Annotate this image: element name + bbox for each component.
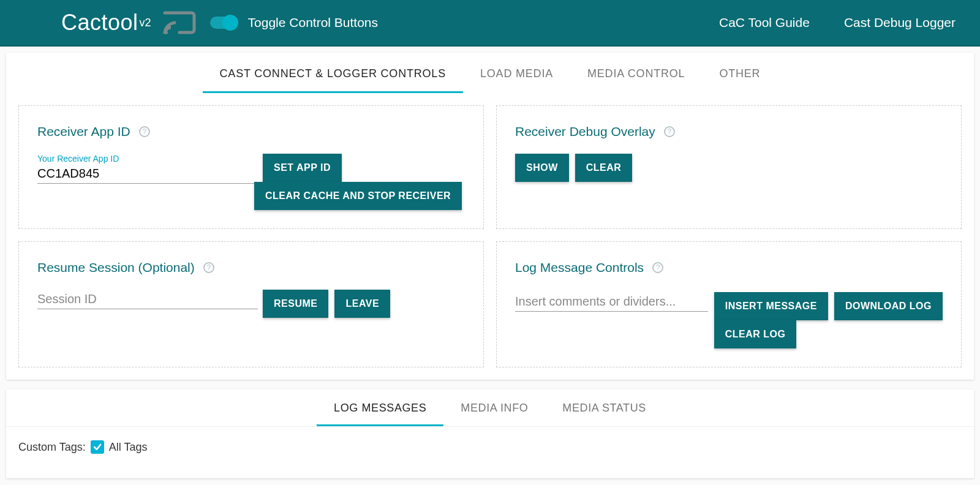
insert-message-button[interactable]: INSERT MESSAGE (714, 292, 828, 320)
control-buttons-toggle[interactable] (210, 17, 237, 29)
cast-icon[interactable] (162, 9, 197, 36)
tab-media-control[interactable]: MEDIA CONTROL (570, 53, 702, 93)
show-overlay-button[interactable]: SHOW (515, 154, 569, 182)
clear-cache-stop-button[interactable]: CLEAR CACHE AND STOP RECEIVER (254, 182, 462, 210)
tab-load-media[interactable]: LOAD MEDIA (463, 53, 570, 93)
log-comment-input[interactable] (515, 292, 708, 312)
clear-log-button[interactable]: CLEAR LOG (714, 320, 797, 348)
tab-media-info[interactable]: MEDIA INFO (443, 389, 545, 426)
app-logo-sub: v2 (140, 17, 151, 29)
all-tags-checkbox[interactable] (91, 440, 104, 454)
app-header: Cactool v2 Toggle Control Buttons CaC To… (0, 0, 980, 47)
log-tabs: LOG MESSAGES MEDIA INFO MEDIA STATUS (6, 389, 974, 427)
log-controls-title: Log Message Controls (515, 260, 644, 275)
clear-overlay-button[interactable]: CLEAR (575, 154, 633, 182)
svg-point-0 (164, 31, 168, 34)
resume-session-panel: Resume Session (Optional) ? RESUME LEAVE (18, 241, 484, 367)
leave-button[interactable]: LEAVE (334, 290, 390, 318)
all-tags-label: All Tags (109, 441, 148, 454)
download-log-button[interactable]: DOWNLOAD LOG (834, 292, 943, 320)
custom-tags-label: Custom Tags: (18, 441, 86, 454)
tab-other[interactable]: OTHER (702, 53, 777, 93)
receiver-app-id-title: Receiver App ID (37, 124, 130, 139)
receiver-app-id-input[interactable] (37, 164, 258, 184)
debug-overlay-title: Receiver Debug Overlay (515, 124, 655, 139)
log-card: LOG MESSAGES MEDIA INFO MEDIA STATUS Cus… (6, 389, 974, 478)
toggle-label: Toggle Control Buttons (248, 15, 378, 30)
app-logo: Cactool (61, 10, 138, 36)
help-icon[interactable]: ? (664, 126, 675, 137)
guide-link[interactable]: CaC Tool Guide (719, 15, 810, 30)
tab-log-messages[interactable]: LOG MESSAGES (317, 389, 443, 426)
log-message-controls-panel: Log Message Controls ? INSERT MESSAGE DO… (496, 241, 962, 367)
help-icon[interactable]: ? (203, 262, 214, 273)
help-icon[interactable]: ? (139, 126, 150, 137)
tab-cast-connect[interactable]: CAST CONNECT & LOGGER CONTROLS (203, 53, 463, 93)
set-app-id-button[interactable]: SET APP ID (263, 154, 342, 182)
help-icon[interactable]: ? (652, 262, 663, 273)
receiver-app-id-panel: Receiver App ID ? Your Receiver App ID S… (18, 105, 484, 229)
resume-session-title: Resume Session (Optional) (37, 260, 195, 275)
resume-button[interactable]: RESUME (263, 290, 328, 318)
debug-overlay-panel: Receiver Debug Overlay ? SHOW CLEAR (496, 105, 962, 229)
receiver-app-id-field-label: Your Receiver App ID (37, 154, 258, 164)
main-tabs: CAST CONNECT & LOGGER CONTROLS LOAD MEDI… (6, 53, 974, 93)
controls-card: CAST CONNECT & LOGGER CONTROLS LOAD MEDI… (6, 53, 974, 380)
tab-media-status[interactable]: MEDIA STATUS (545, 389, 663, 426)
session-id-input[interactable] (37, 290, 258, 309)
debug-logger-link[interactable]: Cast Debug Logger (844, 15, 956, 30)
